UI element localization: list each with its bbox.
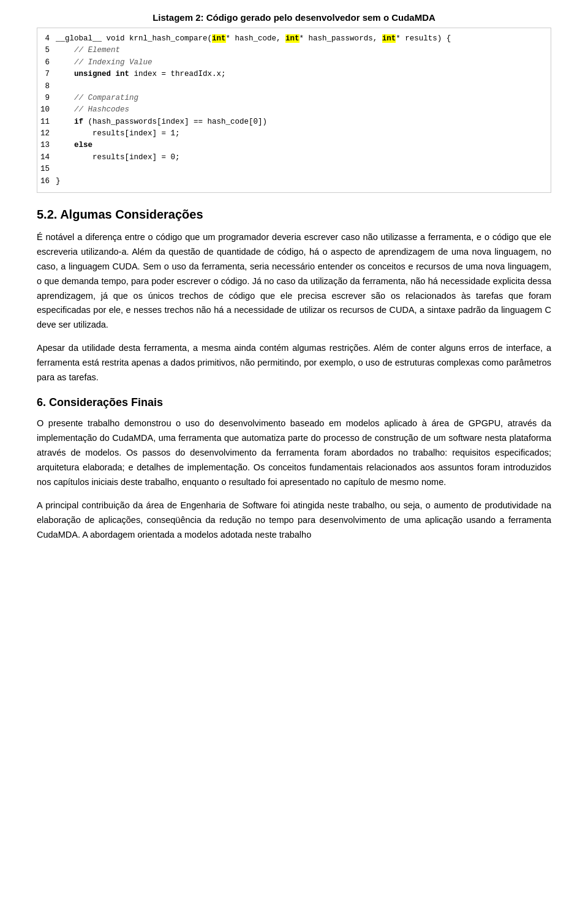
line-number: 16 (37, 176, 56, 187)
line-content: // Indexing Value (56, 57, 551, 69)
code-line: 8 (37, 81, 551, 92)
code-line: 11 if (hash_passwords[index] == hash_cod… (37, 116, 551, 128)
line-number: 12 (37, 128, 56, 140)
page-container: Listagem 2: Código gerado pelo desenvolv… (0, 0, 588, 575)
line-content: // Comparating (56, 92, 551, 104)
code-line: 4__global__ void krnl_hash_compare(int* … (37, 33, 551, 45)
code-line: 12 results[index] = 1; (37, 128, 551, 140)
code-block: 4__global__ void krnl_hash_compare(int* … (37, 28, 551, 193)
line-content: // Hashcodes (56, 104, 551, 116)
line-number: 14 (37, 152, 56, 164)
line-content: unsigned int index = threadIdx.x; (56, 69, 551, 80)
line-number: 15 (37, 164, 56, 175)
line-content: // Element (56, 45, 551, 56)
line-content: results[index] = 0; (56, 152, 551, 164)
code-line: 9 // Comparating (37, 92, 551, 104)
line-number: 9 (37, 92, 56, 104)
line-number: 6 (37, 57, 56, 69)
para3: O presente trabalho demonstrou o uso do … (37, 416, 551, 490)
code-line: 7 unsigned int index = threadIdx.x; (37, 69, 551, 80)
line-number: 5 (37, 45, 56, 56)
line-number: 7 (37, 69, 56, 80)
para1: É notável a diferença entre o código que… (37, 230, 551, 333)
line-number: 4 (37, 33, 56, 45)
code-line: 16} (37, 176, 551, 187)
line-number: 10 (37, 104, 56, 116)
line-content: __global__ void krnl_hash_compare(int* h… (56, 33, 551, 45)
code-line: 5 // Element (37, 45, 551, 56)
line-number: 11 (37, 116, 56, 128)
code-line: 14 results[index] = 0; (37, 152, 551, 164)
section-52-heading: 5.2. Algumas Considerações (37, 208, 551, 222)
para4: A principal contribuição da área de Enge… (37, 498, 551, 543)
line-number: 8 (37, 81, 56, 92)
code-line: 13 else (37, 140, 551, 151)
line-content: else (56, 140, 551, 151)
code-line: 6 // Indexing Value (37, 57, 551, 69)
listing-title: Listagem 2: Código gerado pelo desenvolv… (37, 12, 551, 23)
line-content: } (56, 176, 551, 187)
section-6-heading: 6. Considerações Finais (37, 396, 551, 409)
line-number: 13 (37, 140, 56, 151)
line-content: results[index] = 1; (56, 128, 551, 140)
para2: Apesar da utilidade desta ferramenta, a … (37, 341, 551, 385)
line-content: if (hash_passwords[index] == hash_code[0… (56, 116, 551, 128)
code-line: 15 (37, 164, 551, 175)
code-line: 10 // Hashcodes (37, 104, 551, 116)
